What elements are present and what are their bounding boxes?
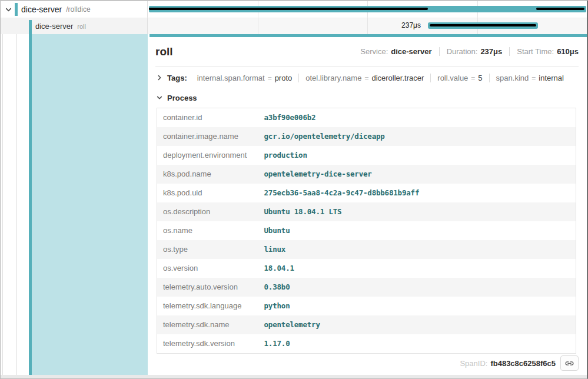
table-row: os.type linux: [157, 240, 576, 259]
table-row: telemetry.sdk.name opentelemetry: [157, 315, 576, 334]
collapse-chevron-icon[interactable]: [5, 6, 12, 13]
service-name: dice-server: [21, 5, 62, 14]
timeline-cell-parent[interactable]: [148, 1, 587, 18]
chevron-right-icon[interactable]: [155, 74, 164, 82]
span-name-cell-child[interactable]: dice-server roll: [1, 18, 148, 34]
span-tree-rail: [1, 34, 148, 375]
span-row-parent[interactable]: dice-server /rolldice: [1, 1, 587, 18]
tag-item: span.kind = internal: [489, 74, 570, 82]
span-bar-child[interactable]: [428, 22, 538, 29]
overview-label: Service:: [360, 47, 388, 56]
chevron-down-icon[interactable]: [155, 94, 164, 102]
overview-label: Start Time:: [517, 47, 554, 56]
tag-value: diceroller.tracer: [371, 74, 424, 82]
table-row: k8s.pod.uid 275ecb36-5aa8-4c2a-9c47-d8bb…: [157, 184, 576, 202]
link-icon: [564, 358, 574, 368]
tags-section-label[interactable]: Tags:: [167, 74, 187, 82]
timeline-gridline: [258, 18, 258, 34]
span-duration-label: 237μs: [363, 22, 424, 29]
timeline-cell-child[interactable]: 237μs: [148, 18, 587, 34]
tag-item: internal.span.format = proto: [191, 74, 299, 82]
operation-name: /rolldice: [66, 5, 90, 14]
overview-item: Service: dice-server: [360, 47, 431, 56]
attribute-key: telemetry.sdk.language: [157, 297, 258, 315]
tag-key: roll.value: [437, 74, 468, 82]
span-overview: Service: dice-server Duration: 237μs Sta…: [360, 47, 579, 56]
span-row-child[interactable]: dice-server roll 237μs: [1, 18, 587, 34]
tag-value: internal: [539, 74, 564, 82]
span-name-cell-parent[interactable]: dice-server /rolldice: [1, 1, 148, 18]
tag-value: proto: [275, 74, 293, 82]
attribute-value: Ubuntu: [258, 221, 576, 240]
jaeger-trace-detail-view: dice-server /rolldice dice-server roll 2…: [0, 0, 588, 379]
process-section-toggle[interactable]: Process: [155, 90, 579, 105]
attribute-key: deployment.environment: [157, 146, 258, 165]
span-title: roll: [155, 45, 173, 58]
span-id-value: fb483c8c6258f6c5: [490, 359, 556, 368]
span-detail-header: roll Service: dice-server Duration: 237μ…: [155, 37, 579, 67]
equals-sign: =: [268, 74, 272, 82]
attribute-key: k8s.pod.name: [157, 165, 258, 184]
attribute-key: container.image.name: [157, 127, 258, 146]
deep-link-button[interactable]: [560, 355, 579, 371]
overview-item: Start Time: 610μs: [509, 47, 579, 56]
span-bar-parent[interactable]: [149, 6, 586, 12]
attribute-value: a3bf90e006b2: [258, 108, 576, 128]
tag-item: roll.value = 5: [430, 74, 489, 82]
process-section-label[interactable]: Process: [167, 94, 197, 102]
tag-key: span.kind: [496, 74, 529, 82]
overview-label: Duration:: [447, 47, 478, 56]
attribute-key: os.name: [157, 221, 258, 240]
overview-value: 610μs: [557, 47, 579, 56]
critical-path-segment: [430, 24, 536, 26]
span-detail-panel: roll Service: dice-server Duration: 237μ…: [150, 34, 587, 375]
tag-key: otel.library.name: [305, 74, 361, 82]
tree-indent-guide: [16, 34, 17, 375]
selected-span-highlight: [32, 34, 148, 375]
attribute-value: python: [258, 297, 576, 315]
attribute-key: telemetry.sdk.version: [157, 334, 258, 354]
span-color-bar: [29, 34, 32, 375]
overview-value: dice-server: [391, 47, 431, 56]
critical-path-segment: [149, 8, 428, 10]
equals-sign: =: [471, 74, 475, 82]
span-color-bar: [29, 20, 32, 34]
equals-sign: =: [364, 74, 368, 82]
attribute-key: os.description: [157, 202, 258, 221]
table-row: container.id a3bf90e006b2: [157, 108, 576, 128]
table-row: telemetry.auto.version 0.38b0: [157, 278, 576, 297]
attribute-value: opentelemetry: [258, 315, 576, 334]
table-row: telemetry.sdk.version 1.17.0: [157, 334, 576, 354]
attribute-value: 1.17.0: [258, 334, 576, 354]
overview-item: Duration: 237μs: [439, 47, 503, 56]
table-row: k8s.pod.name opentelemetry-dice-server: [157, 165, 576, 184]
tree-indent-guide: [2, 34, 3, 375]
table-row: container.image.name gcr.io/opentelemetr…: [157, 127, 576, 146]
overview-value: 237μs: [480, 47, 502, 56]
service-name: dice-server: [35, 22, 73, 31]
attribute-value: opentelemetry-dice-server: [258, 165, 576, 184]
tags-list: internal.span.format = proto otel.librar…: [191, 74, 570, 82]
attribute-value: gcr.io/opentelemetry/diceapp: [258, 127, 576, 146]
attribute-key: os.type: [157, 240, 258, 259]
attribute-value: 275ecb36-5aa8-4c2a-9c47-d8bb681b9aff: [258, 184, 576, 202]
operation-name: roll: [77, 23, 86, 30]
tag-value: 5: [478, 74, 482, 82]
span-id-label: SpanID:: [460, 359, 487, 368]
attribute-key: telemetry.sdk.name: [157, 315, 258, 334]
critical-path-segment: [536, 8, 584, 10]
table-row: os.version 18.04.1: [157, 259, 576, 278]
attribute-key: telemetry.auto.version: [157, 278, 258, 297]
process-attributes-table: container.id a3bf90e006b2 container.imag…: [157, 108, 576, 354]
table-row: os.description Ubuntu 18.04.1 LTS: [157, 202, 576, 221]
attribute-value: 0.38b0: [258, 278, 576, 297]
attribute-value: 18.04.1: [258, 259, 576, 278]
span-color-bar: [15, 3, 18, 16]
table-row: os.name Ubuntu: [157, 221, 576, 240]
attribute-value: linux: [258, 240, 576, 259]
bottom-gutter: [1, 375, 587, 378]
tags-section[interactable]: Tags: internal.span.format = proto otel.…: [155, 67, 579, 88]
attribute-value: Ubuntu 18.04.1 LTS: [258, 202, 576, 221]
tag-item: otel.library.name = diceroller.tracer: [298, 74, 430, 82]
attribute-key: os.version: [157, 259, 258, 278]
